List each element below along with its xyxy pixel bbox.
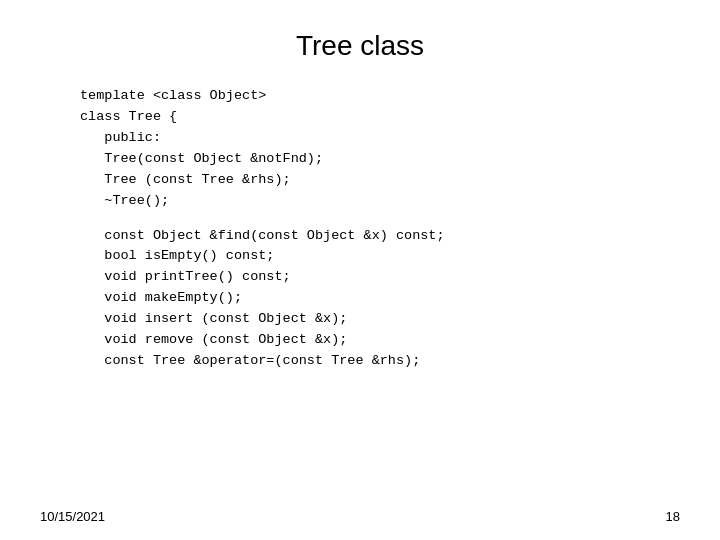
code-spacer	[80, 212, 680, 226]
code-block: template <class Object> class Tree { pub…	[40, 86, 680, 372]
code-line-14: const Tree &operator=(const Tree &rhs);	[80, 351, 680, 372]
code-line-9: bool isEmpty() const;	[80, 246, 680, 267]
page: Tree class template <class Object> class…	[0, 0, 720, 540]
code-line-1: template <class Object>	[80, 86, 680, 107]
code-line-3: public:	[80, 128, 680, 149]
code-line-6: ~Tree();	[80, 191, 680, 212]
code-line-4: Tree(const Object &notFnd);	[80, 149, 680, 170]
code-line-8: const Object &find(const Object &x) cons…	[80, 226, 680, 247]
page-title: Tree class	[40, 30, 680, 62]
code-line-10: void printTree() const;	[80, 267, 680, 288]
code-line-13: void remove (const Object &x);	[80, 330, 680, 351]
code-line-5: Tree (const Tree &rhs);	[80, 170, 680, 191]
footer-date: 10/15/2021	[40, 509, 105, 524]
footer: 10/15/2021 18	[40, 509, 680, 524]
code-line-11: void makeEmpty();	[80, 288, 680, 309]
code-line-2: class Tree {	[80, 107, 680, 128]
footer-page-number: 18	[666, 509, 680, 524]
code-line-12: void insert (const Object &x);	[80, 309, 680, 330]
